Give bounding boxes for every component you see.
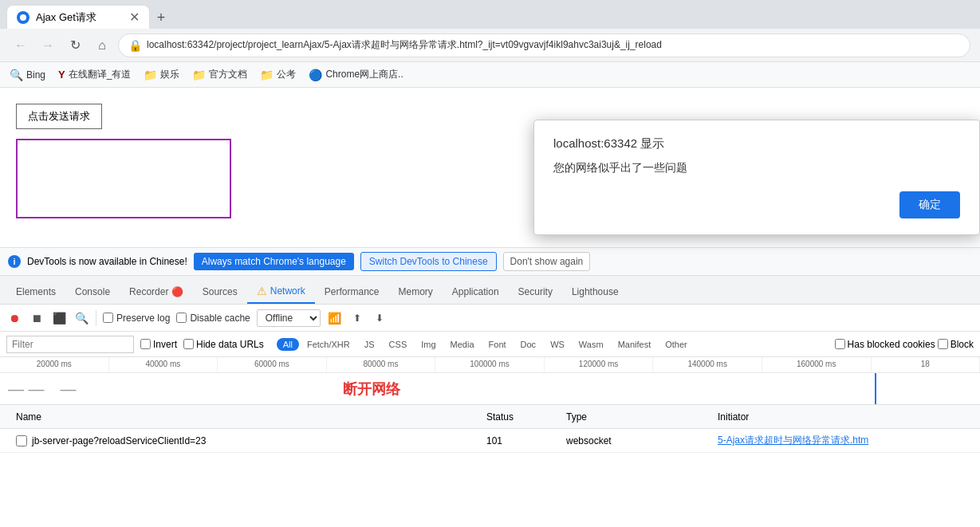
td-type: websocket — [566, 435, 718, 446]
active-tab[interactable]: Ajax Get请求 ✕ — [6, 5, 150, 29]
url-text: localhost:63342/project/project_learnAja… — [147, 38, 662, 52]
tab-favicon — [17, 11, 30, 24]
address-bar[interactable]: 🔒 localhost:63342/project/project_learnA… — [118, 33, 970, 57]
throttle-select-wrapper: Offline Online Fast 3G Slow 3G — [257, 309, 321, 327]
timeline-cursor — [875, 373, 876, 405]
ftype-manifest[interactable]: Manifest — [612, 338, 658, 351]
preserve-log-checkbox[interactable] — [103, 313, 113, 323]
timeline-label-0: 20000 ms — [0, 357, 109, 372]
info-icon: i — [8, 255, 21, 268]
hide-data-urls-checkbox[interactable] — [183, 339, 194, 349]
warning-icon: ⚠ — [257, 285, 267, 297]
disable-cache-checkbox-label[interactable]: Disable cache — [176, 313, 250, 324]
filter-type-buttons: All Fetch/XHR JS CSS Img Media Font Doc … — [277, 338, 694, 351]
td-name: jb-server-page?reloadServiceClientId=23 — [0, 435, 486, 446]
wifi-icon[interactable]: 📶 — [327, 310, 343, 326]
send-request-button[interactable]: 点击发送请求 — [16, 104, 102, 129]
ftype-doc[interactable]: Doc — [514, 338, 543, 351]
record-button[interactable]: ⏺ — [6, 310, 22, 326]
tab-security[interactable]: Security — [509, 281, 562, 304]
dialog-overlay: localhost:63342 显示 您的网络似乎出了一些问题 确定 — [533, 120, 980, 235]
ftype-js[interactable]: JS — [358, 338, 381, 351]
ftype-fetch-xhr[interactable]: Fetch/XHR — [301, 338, 356, 351]
invert-label: Invert — [153, 339, 177, 350]
hide-data-urls-checkbox-label[interactable]: Hide data URLs — [183, 339, 264, 350]
th-name: Name — [0, 411, 486, 423]
tab-lighthouse[interactable]: Lighthouse — [562, 281, 628, 304]
ftype-other[interactable]: Other — [659, 338, 694, 351]
switch-devtools-button[interactable]: Switch DevTools to Chinese — [360, 252, 497, 271]
timeline-chart: — — — 断开网络 — [0, 373, 980, 405]
ftype-all[interactable]: All — [277, 338, 299, 351]
dont-show-again-button[interactable]: Don't show again — [503, 252, 591, 271]
bookmark-entertainment[interactable]: 📁 娱乐 — [144, 68, 179, 81]
tab-network[interactable]: ⚠ Network — [247, 280, 315, 304]
timeline-label-1: 40000 ms — [109, 357, 218, 372]
bookmark-entertainment-label: 娱乐 — [160, 68, 179, 81]
upload-icon[interactable]: ⬆ — [349, 310, 365, 326]
tab-sources[interactable]: Sources — [193, 281, 247, 304]
search-icon[interactable]: 🔍 — [73, 310, 89, 326]
filter-input[interactable] — [6, 336, 134, 353]
tab-title: Ajax Get请求 — [36, 10, 96, 25]
block-checkbox[interactable] — [938, 339, 948, 349]
chrome-icon: 🔵 — [309, 69, 322, 81]
ftype-ws[interactable]: WS — [544, 338, 571, 351]
ftype-css[interactable]: CSS — [383, 338, 414, 351]
timeline-labels: 20000 ms 40000 ms 60000 ms 80000 ms 1000… — [0, 357, 980, 373]
ftype-img[interactable]: Img — [415, 338, 442, 351]
bookmark-exam-label: 公考 — [277, 68, 296, 81]
tab-close-button[interactable]: ✕ — [129, 10, 140, 25]
hide-data-urls-label: Hide data URLs — [196, 339, 264, 350]
page-content: 点击发送请求 localhost:63342 显示 您的网络似乎出了一些问题 确… — [0, 88, 980, 247]
forward-button[interactable]: → — [37, 34, 59, 57]
tab-bar: Ajax Get请求 ✕ + — [0, 0, 980, 29]
stop-record-button[interactable]: ⏹ — [29, 310, 45, 326]
tab-elements[interactable]: Elements — [6, 281, 65, 304]
tab-application[interactable]: Application — [443, 281, 509, 304]
filter-icon[interactable]: ⬛ — [51, 310, 67, 326]
tab-console[interactable]: Console — [65, 281, 120, 304]
has-blocked-cookies-checkbox[interactable] — [835, 339, 845, 349]
new-tab-button[interactable]: + — [150, 6, 172, 29]
tab-performance[interactable]: Performance — [315, 281, 389, 304]
bookmark-youdao[interactable]: Y 在线翻译_有道 — [58, 68, 131, 81]
bookmark-exam[interactable]: 📁 公考 — [260, 68, 296, 81]
ftype-media[interactable]: Media — [444, 338, 481, 351]
invert-checkbox[interactable] — [140, 339, 151, 349]
download-icon[interactable]: ⬇ — [372, 310, 388, 326]
devtools-toolbar: ⏺ ⏹ ⬛ 🔍 Preserve log Disable cache Offli… — [0, 305, 980, 332]
folder-icon-1: 📁 — [144, 69, 157, 81]
has-blocked-cookies-label: Has blocked cookies — [848, 339, 935, 350]
reload-button[interactable]: ↻ — [64, 34, 86, 57]
row-select-checkbox[interactable] — [16, 435, 27, 446]
preserve-log-checkbox-label[interactable]: Preserve log — [103, 313, 170, 324]
th-status: Status — [486, 411, 566, 423]
disable-cache-checkbox[interactable] — [176, 313, 187, 323]
filter-bar: Invert Hide data URLs All Fetch/XHR JS C… — [0, 332, 980, 357]
throttle-select[interactable]: Offline Online Fast 3G Slow 3G — [257, 309, 321, 327]
ftype-font[interactable]: Font — [482, 338, 513, 351]
dialog-ok-button[interactable]: 确定 — [899, 191, 960, 218]
bookmark-bing[interactable]: 🔍 Bing — [10, 69, 45, 81]
bookmark-chrome-store[interactable]: 🔵 Chrome网上商店.. — [309, 68, 403, 81]
devtools-tabs: Elements Console Recorder 🔴 Sources ⚠ Ne… — [0, 276, 980, 305]
ftype-wasm[interactable]: Wasm — [573, 338, 610, 351]
table-header: Name Status Type Initiator — [0, 405, 980, 429]
tab-memory[interactable]: Memory — [389, 281, 443, 304]
back-button[interactable]: ← — [10, 34, 32, 57]
td-initiator[interactable]: 5-Ajax请求超时与网络异常请求.htm — [718, 434, 980, 447]
timeline-label-5: 120000 ms — [545, 357, 654, 372]
tab-recorder[interactable]: Recorder 🔴 — [120, 281, 193, 304]
timeline-label-4: 100000 ms — [435, 357, 545, 372]
bookmark-official-docs[interactable]: 📁 官方文档 — [192, 68, 247, 81]
home-button[interactable]: ⌂ — [91, 34, 113, 57]
youdao-icon: Y — [58, 69, 65, 81]
table-row[interactable]: jb-server-page?reloadServiceClientId=23 … — [0, 429, 980, 453]
timeline-label-2: 60000 ms — [218, 357, 327, 372]
divider — [96, 310, 96, 326]
th-type: Type — [566, 411, 718, 423]
invert-checkbox-label[interactable]: Invert — [140, 339, 177, 350]
always-match-button[interactable]: Always match Chrome's language — [194, 253, 354, 270]
bookmarks-bar: 🔍 Bing Y 在线翻译_有道 📁 娱乐 📁 官方文档 📁 公考 🔵 Chro… — [0, 62, 980, 88]
